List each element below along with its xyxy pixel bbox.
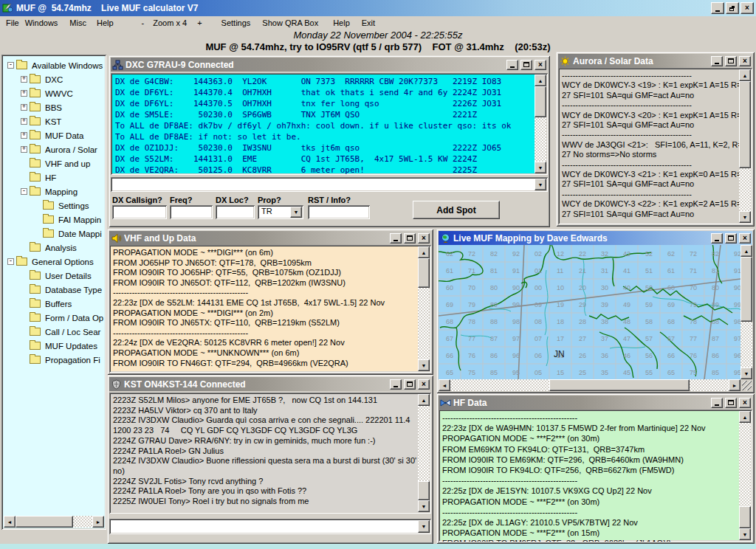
tree-item-bbs[interactable]: +BBS [4,100,104,114]
tree-item-label[interactable]: Available Windows [30,61,104,70]
add-spot-button[interactable]: Add Spot [413,201,500,219]
kst-titlebar[interactable]: KST ON4KST-144 Connected × [109,377,431,391]
vhf-data-list[interactable]: PROPAGATION MODE ~ ***DIGI*** (on 6m) FR… [109,245,431,373]
minus-expand-box-icon[interactable]: - [7,62,14,69]
tree-item-wwvc[interactable]: +WWVC [4,86,104,100]
menu-exit[interactable]: Exit [359,18,378,28]
tree-item-propagation-fi[interactable]: Propagation Fi [4,353,104,367]
down-arrow-icon[interactable]: ▼ [739,211,751,223]
tree-item-label[interactable]: Aurora / Solar [44,145,99,154]
tree-item-fai-mappin[interactable]: FAI Mappin [4,213,104,227]
tree-item-label[interactable]: MUF Updates [44,342,99,351]
menu-help[interactable]: Help [94,18,117,28]
dxc-spot-list[interactable]: DX de G4CBW: 144363.0 YL2OK ON 7373 RRRR… [111,73,548,175]
down-arrow-icon[interactable]: ▼ [740,367,752,379]
close-icon[interactable]: × [739,56,751,66]
tree-item-label[interactable]: Database Type [44,286,103,294]
down-arrow-icon[interactable]: ▼ [418,359,430,371]
up-arrow-icon[interactable]: ▲ [740,245,752,257]
minimize-icon[interactable] [506,60,518,70]
kst-chat-list[interactable]: 2223Z S52LM Milos> anyone for EME JT65B … [109,393,431,514]
menu-zoom-out[interactable]: - [139,18,148,28]
tree-item-database-type[interactable]: Database Type [4,283,104,297]
tree-item-vhf-and-up[interactable]: VHF and up [4,156,104,170]
down-arrow-icon[interactable]: ▼ [418,500,430,512]
maximize-icon[interactable] [725,398,737,408]
minimize-icon[interactable] [711,398,723,408]
down-arrow-icon[interactable]: ▼ [739,528,751,540]
scrollbar-thumb[interactable] [549,379,690,391]
tree-item-label[interactable]: Analysis [44,244,78,252]
tree-item-analysis[interactable]: Analysis [4,241,104,255]
tree-item-user-details[interactable]: User Details [4,269,104,283]
dxc-vertical-scrollbar[interactable]: ▲ ▼ [535,75,546,173]
map-horizontal-scrollbar[interactable]: ◄ ► [439,379,740,391]
map-vertical-scrollbar[interactable]: ▲ ▼ [740,245,752,379]
left-arrow-icon[interactable]: ◄ [4,516,16,528]
tree-item-label[interactable]: FAI Mappin [57,215,103,224]
tree-item-muf-updates[interactable]: MUF Updates [4,339,104,353]
hf-titlebar[interactable]: HF Data × [439,396,752,410]
freq-input[interactable] [170,205,213,219]
minimize-icon[interactable] [711,56,723,66]
up-arrow-icon[interactable]: ▲ [739,411,751,423]
dropdown-arrow-icon[interactable]: ▼ [418,520,430,533]
aurora-vertical-scrollbar[interactable]: ▲ ▼ [739,69,751,223]
tree-item-label[interactable]: Mapping [44,187,79,196]
scrollbar-thumb[interactable] [418,481,430,500]
menu-help-2[interactable]: Help [330,18,353,28]
minimize-icon[interactable] [390,233,402,244]
close-icon[interactable]: × [535,60,546,70]
dx-loc-input[interactable] [216,205,255,219]
tree-item-label[interactable]: User Details [44,272,93,280]
tree-item-form-data-op[interactable]: Form / Data Op [4,311,104,325]
maximize-icon[interactable] [404,379,416,390]
minimize-icon[interactable] [390,379,402,390]
close-icon[interactable]: × [418,233,430,244]
minus-expand-box-icon[interactable]: - [7,258,14,265]
tree-item-label[interactable]: DXC [44,75,64,84]
tree-item-kst[interactable]: +KST [4,114,104,128]
hf-vertical-scrollbar[interactable]: ▲ ▼ [739,411,751,540]
minimize-icon[interactable] [711,2,724,14]
minimize-icon[interactable] [711,233,723,244]
restore-icon[interactable] [726,2,739,14]
menu-file[interactable]: File [3,18,22,28]
plus-expand-box-icon[interactable]: + [21,146,27,153]
kst-message-combobox[interactable]: ▼ [109,519,431,534]
maximize-icon[interactable] [725,56,737,66]
main-titlebar[interactable]: MUF @ 54.74mhz Live MUF calculator V7 × [0,0,756,16]
tree-item-general-options[interactable]: -General Options [4,255,104,269]
left-arrow-icon[interactable]: ◄ [439,379,450,391]
tree-item-label[interactable]: MUF Data [44,131,85,140]
up-arrow-icon[interactable]: ▲ [418,246,430,258]
minus-expand-box-icon[interactable]: - [21,188,27,195]
close-icon[interactable]: × [418,379,430,390]
maximize-icon[interactable] [404,233,416,244]
close-icon[interactable]: × [740,2,754,14]
menu-misc[interactable]: Misc [66,18,89,28]
tree-item-label[interactable]: Call / Loc Sear [44,328,102,336]
menu-zoom-in[interactable]: + [194,18,205,28]
plus-expand-box-icon[interactable]: + [21,104,27,111]
scrollbar-thumb[interactable] [418,258,430,288]
tree-item-label[interactable]: HF [44,173,58,182]
maximize-icon[interactable] [520,60,532,70]
kst-vertical-scrollbar[interactable]: ▲ ▼ [418,394,430,512]
scrollbar-thumb[interactable] [739,506,751,528]
dx-callsign-input[interactable] [112,205,167,219]
muf-map[interactable]: 6272829202122232425262728292617181910111… [439,245,740,379]
scrollbar-thumb[interactable] [16,516,73,528]
tree-item-label[interactable]: Form / Data Op [44,314,104,322]
aurora-data-list[interactable]: ----------------------------------------… [558,68,752,224]
tree-item-label[interactable]: WWVC [44,89,75,98]
tree-item-call-loc-sear[interactable]: Call / Loc Sear [4,325,104,339]
tree-item-label[interactable]: General Options [30,258,95,266]
tree-item-date-mappi[interactable]: Date Mappi [4,227,104,241]
scrollbar-thumb[interactable] [535,86,546,117]
tree-item-dxc[interactable]: +DXC [4,72,104,86]
tree-item-mapping[interactable]: -Mapping [4,184,104,198]
plus-expand-box-icon[interactable]: + [21,76,27,83]
plus-expand-box-icon[interactable]: + [21,132,27,139]
menu-settings[interactable]: Settings [219,18,254,28]
